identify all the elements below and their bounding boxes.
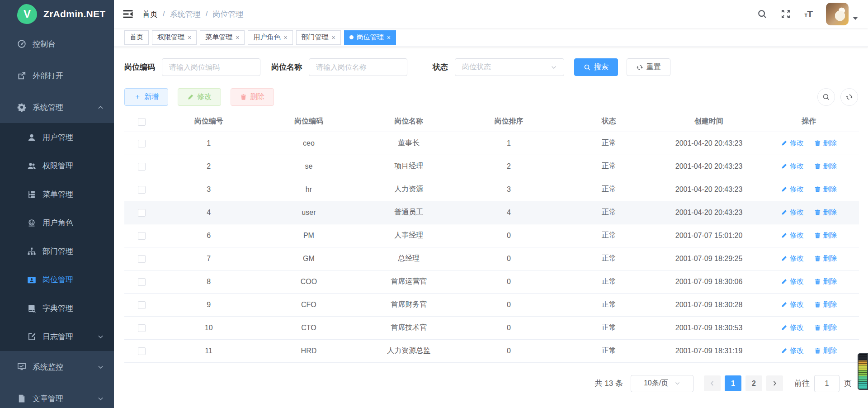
row-checkbox[interactable]: [138, 209, 146, 217]
page-size-select[interactable]: 10条/页: [631, 375, 693, 392]
sidebar-item-log-mgmt[interactable]: 日志管理: [0, 323, 114, 351]
status-select[interactable]: 岗位状态: [455, 58, 564, 76]
row-delete-link[interactable]: 删除: [814, 277, 837, 286]
select-all-checkbox[interactable]: [138, 118, 146, 126]
row-edit-link[interactable]: 修改: [781, 208, 804, 217]
close-icon[interactable]: ×: [332, 34, 335, 41]
row-checkbox[interactable]: [138, 301, 146, 309]
fullscreen-icon[interactable]: [781, 9, 791, 19]
chevron-up-icon: [97, 104, 104, 111]
close-icon[interactable]: ×: [236, 34, 239, 41]
trash-icon: [814, 163, 821, 170]
sidebar-item-article-mgmt[interactable]: 文章管理: [0, 383, 114, 408]
sidebar-item-external[interactable]: 外部打开: [0, 60, 114, 91]
search-button[interactable]: 搜索: [574, 58, 618, 76]
sidebar-item-dept-mgmt[interactable]: 部门管理: [0, 237, 114, 266]
user-avatar[interactable]: [826, 3, 849, 25]
row-checkbox[interactable]: [138, 140, 146, 147]
topbar: 首页 / 系统管理 / 岗位管理 тT: [114, 0, 868, 28]
row-delete-link[interactable]: 删除: [814, 300, 837, 309]
sidebar-item-post-mgmt[interactable]: 岗位管理: [0, 266, 114, 294]
edit-pen-icon: [781, 186, 788, 193]
tab-home[interactable]: 首页: [124, 30, 149, 45]
row-checkbox[interactable]: [138, 347, 146, 355]
cell-post-id: 10: [159, 316, 259, 339]
table-row: 11 HRD 人力资源总监 0 正常 2001-07-09 18:31:19 修…: [124, 339, 859, 362]
tab-user-role[interactable]: 用户角色 ×: [248, 30, 292, 45]
sidebar-item-system-mgmt[interactable]: 系统管理: [0, 91, 114, 123]
prev-page-button[interactable]: [704, 375, 721, 391]
row-edit-link[interactable]: 修改: [781, 138, 804, 148]
row-checkbox[interactable]: [138, 255, 146, 263]
user-menu[interactable]: [826, 3, 858, 25]
tab-menu[interactable]: 菜单管理 ×: [200, 30, 245, 45]
sidebar-item-menu-mgmt[interactable]: 菜单管理: [0, 180, 114, 209]
cell-post-sort: 0: [459, 224, 559, 247]
tab-post-active[interactable]: 岗位管理 ×: [344, 30, 396, 45]
row-checkbox[interactable]: [138, 278, 146, 286]
sidebar-item-dict-mgmt[interactable]: 字典管理: [0, 294, 114, 323]
sidebar-item-permission-mgmt[interactable]: 权限管理: [0, 152, 114, 180]
cell-post-id: 3: [159, 178, 259, 201]
breadcrumb-home[interactable]: 首页: [142, 9, 158, 19]
row-delete-link[interactable]: 删除: [814, 161, 837, 171]
tab-dept[interactable]: 部门管理 ×: [296, 30, 341, 45]
row-delete-link[interactable]: 删除: [814, 208, 837, 217]
edit-pen-icon: [781, 278, 788, 285]
next-page-button[interactable]: [766, 375, 783, 391]
row-delete-link[interactable]: 删除: [814, 231, 837, 240]
reset-button[interactable]: 重置: [627, 58, 670, 76]
toggle-search-button[interactable]: [817, 88, 835, 106]
close-icon[interactable]: ×: [283, 34, 287, 41]
sidebar-item-user-role[interactable]: 用户角色: [0, 209, 114, 237]
row-checkbox[interactable]: [138, 163, 146, 171]
row-checkbox[interactable]: [138, 232, 146, 240]
active-dot: [349, 35, 354, 39]
row-delete-link[interactable]: 删除: [814, 254, 837, 263]
trash-icon: [814, 140, 821, 147]
sidebar-item-user-mgmt[interactable]: 用户管理: [0, 123, 114, 152]
tab-permission[interactable]: 权限管理 ×: [152, 30, 197, 45]
delete-button[interactable]: 删除: [231, 88, 274, 106]
search-icon[interactable]: [757, 9, 767, 19]
font-size-icon[interactable]: тT: [804, 9, 812, 19]
row-edit-link[interactable]: 修改: [781, 254, 804, 263]
caret-down-icon: [853, 17, 858, 23]
row-edit-link[interactable]: 修改: [781, 300, 804, 309]
tab-label: 菜单管理: [205, 33, 232, 42]
row-delete-link[interactable]: 删除: [814, 185, 837, 194]
post-name-input[interactable]: [309, 58, 407, 76]
close-icon[interactable]: ×: [188, 34, 191, 41]
row-checkbox[interactable]: [138, 186, 146, 194]
cell-post-name: 总经理: [359, 247, 459, 270]
row-edit-link[interactable]: 修改: [781, 161, 804, 171]
trash-icon: [814, 278, 821, 285]
page-button-2[interactable]: 2: [745, 375, 762, 391]
row-edit-link[interactable]: 修改: [781, 277, 804, 286]
row-delete-link[interactable]: 删除: [814, 138, 837, 148]
row-edit-link[interactable]: 修改: [781, 231, 804, 240]
sidebar-collapse-icon[interactable]: [123, 9, 133, 19]
row-checkbox[interactable]: [138, 324, 146, 332]
page-button-1[interactable]: 1: [725, 375, 741, 391]
row-edit-link[interactable]: 修改: [781, 185, 804, 194]
scrollbar-widget[interactable]: [858, 353, 868, 390]
row-edit-link[interactable]: 修改: [781, 323, 804, 332]
refresh-button[interactable]: [840, 88, 858, 106]
tab-label: 岗位管理: [357, 33, 384, 42]
edit-pen-icon: [781, 232, 788, 239]
post-code-input[interactable]: [162, 58, 260, 76]
row-delete-link[interactable]: 删除: [814, 323, 837, 332]
edit-button[interactable]: 修改: [178, 88, 221, 106]
add-button[interactable]: ＋ 新增: [124, 88, 168, 106]
sidebar-item-label: 系统监控: [33, 362, 63, 372]
close-icon[interactable]: ×: [387, 34, 391, 41]
cell-created: 2001-04-20 20:43:23: [659, 201, 759, 224]
external-link-icon: [17, 71, 26, 80]
row-edit-link[interactable]: 修改: [781, 346, 804, 356]
sidebar-item-system-monitor[interactable]: 系统监控: [0, 351, 114, 383]
row-delete-link[interactable]: 删除: [814, 346, 837, 356]
goto-page-input[interactable]: [814, 375, 840, 392]
sidebar-item-dashboard[interactable]: 控制台: [0, 28, 114, 60]
table-row: 9 CFO 首席财务官 0 正常 2001-07-09 18:30:28 修改: [124, 293, 859, 316]
